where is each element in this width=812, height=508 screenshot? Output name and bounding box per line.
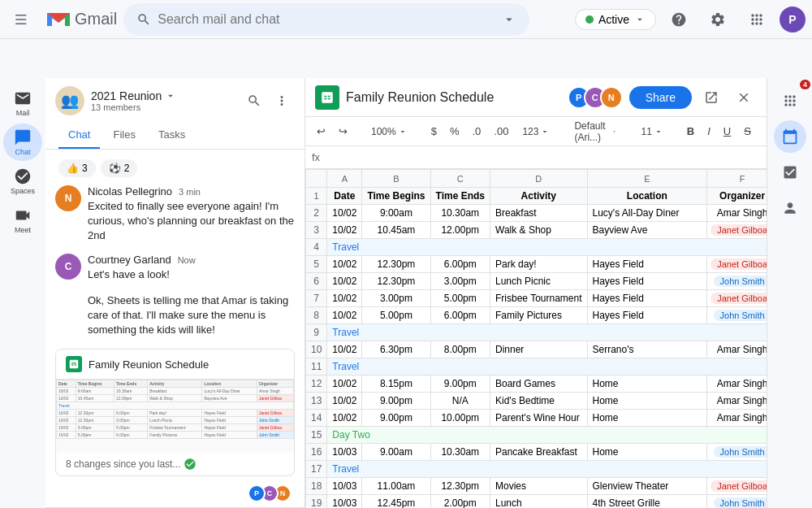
sidebar-item-mail[interactable]: Mail 4 <box>3 85 42 122</box>
table-row: 14 10/02 9.00pm 10.00pm Parent's Wine Ho… <box>306 410 767 427</box>
sheet-title: Family Reunion Schedule <box>346 90 568 105</box>
open-external-icon[interactable] <box>698 85 724 111</box>
font-size-select[interactable]: 11 <box>635 124 668 140</box>
hamburger-menu[interactable] <box>6 3 39 36</box>
table-row: 5 10/02 12.30pm 6.00pm Park day! Hayes F… <box>306 256 767 273</box>
msg-time-now: Now <box>178 255 196 265</box>
decimal-button[interactable]: .0 <box>468 122 486 141</box>
formula-input[interactable] <box>326 151 760 163</box>
table-row: 18 10/03 11.00am 12.30pm Movies Glenview… <box>306 478 767 495</box>
more-options-icon[interactable] <box>269 88 295 114</box>
chat-panel: 👥 2021 Reunion 13 members <box>45 78 305 508</box>
table-row: 12 10/02 8.15pm 9.00pm Board Games Home … <box>306 376 767 393</box>
chat-messages[interactable]: 👍 3 ⚽ 2 N Nicolas Pellegrino 3 min Excit… <box>45 150 304 507</box>
sheets-app-icon <box>315 85 339 110</box>
sheet-preview-title: Family Reunion Schedule <box>89 358 209 371</box>
search-bar[interactable] <box>123 3 529 36</box>
sheet-icon <box>66 356 82 372</box>
table-row: 7 10/02 3.00pm 5.00pm Frisbee Tournament… <box>306 290 767 307</box>
user-avatar[interactable]: P <box>780 7 806 33</box>
table-row: 8 10/02 5.00pm 6.00pm Family Pictures Ha… <box>306 307 767 324</box>
sidebar-item-chat[interactable]: Chat <box>3 124 42 161</box>
group-members: 13 members <box>91 102 176 112</box>
sheet-toolbar: ↩ ↪ 100% $ % .0 .00 123 Default (Ari...)… <box>305 117 767 146</box>
tab-chat[interactable]: Chat <box>58 122 100 149</box>
gmail-logo: Gmail <box>45 10 117 29</box>
travel-row: 4 Travel <box>306 239 767 256</box>
msg-text-courtney2: Ok, Sheets is telling me that Amar is ta… <box>88 293 295 338</box>
table-row: 3 10/02 10.45am 12.00pm Walk & Shop Bayv… <box>306 222 767 239</box>
share-button[interactable]: Share <box>629 86 692 109</box>
typing-avatars: P C N <box>52 483 298 504</box>
calendar-button[interactable] <box>774 120 806 153</box>
sheet-grid-container[interactable]: A B C D E F G 1 Date Time Begins <box>305 169 767 508</box>
settings-icon[interactable] <box>702 3 734 36</box>
avatar-nicolas: N <box>55 185 81 211</box>
percent-button[interactable]: % <box>445 122 464 141</box>
italic-button[interactable]: I <box>702 122 715 141</box>
emoji-reactions: 👍 3 ⚽ 2 <box>52 156 298 180</box>
group-avatar: 👥 <box>55 86 84 115</box>
msg-text-courtney1: Let's have a look! <box>88 267 295 282</box>
currency-button[interactable]: $ <box>426 122 442 141</box>
message-courtney-2: Ok, Sheets is telling me that Amar is ta… <box>52 287 298 343</box>
chat-tabs: Chat Files Tasks <box>45 115 304 150</box>
underline-button[interactable]: U <box>719 122 736 141</box>
search-chat-icon[interactable] <box>241 88 267 114</box>
table-row: 10 10/02 6.30pm 8.00pm Dinner Serrano's … <box>306 341 767 358</box>
contacts-button[interactable] <box>774 192 806 224</box>
table-row: 6 10/02 12.30pm 3.00pm Lunch Picnic Haye… <box>306 273 767 290</box>
help-icon[interactable] <box>663 3 695 36</box>
search-input[interactable] <box>158 12 495 27</box>
sidebar-item-spaces[interactable]: Spaces <box>3 163 42 200</box>
travel-row: 17 Travel <box>306 461 767 478</box>
undo-button[interactable]: ↩ <box>312 122 330 141</box>
sender-name-courtney: Courtney Garland <box>88 254 171 266</box>
message-nicolas: N Nicolas Pellegrino 3 min Excited to fi… <box>52 180 298 249</box>
svg-rect-2 <box>15 23 27 24</box>
redo-button[interactable]: ↪ <box>334 122 352 141</box>
group-name: 2021 Reunion <box>91 89 162 102</box>
format-select[interactable]: 123 <box>516 124 555 140</box>
svg-rect-1 <box>15 19 27 20</box>
sheet-preview[interactable]: Family Reunion Schedule Date Time Begins… <box>55 349 295 476</box>
spreadsheet-panel: Family Reunion Schedule P C N Share ↩ ↪ <box>305 78 767 508</box>
avatar-courtney: C <box>55 254 81 280</box>
close-sheet-icon[interactable] <box>731 85 757 111</box>
bold-button[interactable]: B <box>682 122 699 141</box>
collab-avatars: P C N <box>574 86 623 109</box>
table-row: 2 10/02 9:00am 10.30am Breakfast Lucy's … <box>306 205 767 222</box>
changes-text: 8 changes since you last... <box>56 453 294 475</box>
svg-rect-0 <box>15 15 27 16</box>
travel-row: 11 Travel <box>306 358 767 376</box>
zoom-select[interactable]: 100% <box>365 124 413 140</box>
dropdown-icon <box>165 90 176 102</box>
decimal2-button[interactable]: .00 <box>489 122 513 141</box>
chat-header: 👥 2021 Reunion 13 members <box>45 78 304 115</box>
right-rail <box>767 78 812 508</box>
msg-time: 3 min <box>179 187 201 197</box>
strikethrough-button[interactable]: S <box>739 122 756 141</box>
tasks-button[interactable] <box>774 156 806 189</box>
sheet-header: Family Reunion Schedule P C N Share <box>305 78 767 117</box>
sender-name: Nicolas Pellegrino <box>88 185 172 198</box>
grid-header-row: 1 Date Time Begins Time Ends Activity Lo… <box>306 188 767 205</box>
tab-files[interactable]: Files <box>103 122 145 149</box>
table-row: 13 10/02 9.00pm N/A Kid's Bedtime Home A… <box>306 393 767 410</box>
formula-bar: fx <box>305 146 767 169</box>
travel-row: 9 Travel <box>306 324 767 341</box>
message-courtney-1: C Courtney Garland Now Let's have a look… <box>52 249 298 287</box>
font-select[interactable]: Default (Ari...) <box>568 118 622 145</box>
apps-icon[interactable] <box>741 3 773 36</box>
day-two-row: 15 Day Two <box>306 427 767 444</box>
left-rail: Mail 4 Chat Spaces Meet <box>0 78 45 508</box>
google-apps-button[interactable] <box>774 85 806 117</box>
soccer-reaction[interactable]: ⚽ 2 <box>101 159 138 177</box>
sidebar-item-meet[interactable]: Meet <box>3 202 42 239</box>
msg-text: Excited to finally see everyone again! I… <box>88 199 295 244</box>
status-button[interactable]: Active <box>575 9 656 30</box>
collab-avatar-n: N <box>600 86 623 109</box>
tab-tasks[interactable]: Tasks <box>149 122 195 149</box>
thumbs-up-reaction[interactable]: 👍 3 <box>58 159 96 177</box>
table-row: 16 10/03 9.00am 10.30am Pancake Breakfas… <box>306 444 767 461</box>
